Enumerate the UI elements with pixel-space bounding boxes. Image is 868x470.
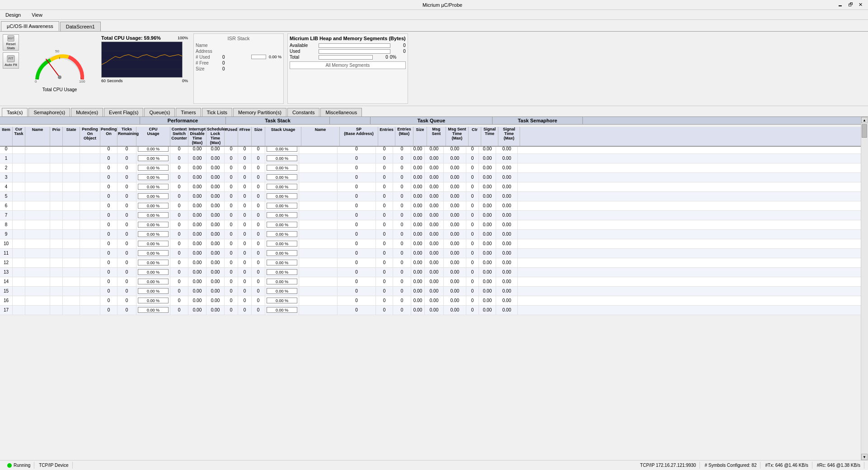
isr-size-row: Size 0	[196, 66, 282, 71]
menu-design[interactable]: Design	[2, 11, 24, 19]
memory-dropdown[interactable]: All Memory Segments	[290, 61, 406, 69]
section-empty-1	[0, 117, 140, 124]
table-row: 5000.00 %00.000.000000.00 %0000.000.000.…	[0, 192, 861, 201]
table-row: 17000.00 %00.000.000000.00 %0000.000.000…	[0, 306, 861, 315]
isr-stack-title: ISR Stack	[196, 36, 282, 41]
nav-tab-mempartition[interactable]: Memory Partition(s)	[233, 108, 286, 116]
table-row: 4000.00 %00.000.000000.00 %0000.000.000.…	[0, 182, 861, 192]
reset-stats-button[interactable]: RST Reset Stats	[3, 34, 19, 51]
mem-total-value: 0	[375, 55, 388, 60]
table-row: 9000.00 %00.000.000000.00 %0000.000.000.…	[0, 230, 861, 239]
col-curtask: CurTask	[13, 127, 25, 146]
status-symbols: # Symbols Configured: 82	[701, 462, 760, 469]
svg-text:0: 0	[35, 79, 37, 84]
nav-tab-semaphores[interactable]: Semaphore(s)	[28, 108, 70, 116]
section-taskstack: Task Stack	[226, 117, 330, 124]
col-schedlock: SchedulerLockTime(Max)	[206, 127, 225, 146]
col-stackusage: Stack Usage	[265, 127, 301, 146]
table-row: 7000.00 %00.000.000000.00 %0000.000.000.…	[0, 211, 861, 220]
cpu-chart-svg	[102, 42, 183, 78]
table-row: 14000.00 %00.000.000000.00 %0000.000.000…	[0, 277, 861, 287]
nav-tab-eventflags[interactable]: Event Flag(s)	[104, 108, 143, 116]
svg-text:RST: RST	[8, 37, 14, 40]
isr-address-value	[222, 49, 249, 54]
auto-fit-button[interactable]: FIT Auto Fit	[3, 52, 19, 69]
isr-used-bar	[251, 55, 266, 59]
isr-size-value: 0	[222, 66, 249, 71]
svg-text:100: 100	[79, 79, 85, 84]
cpu-time-label: 60 Seconds	[101, 79, 123, 83]
mem-total-row: Total 0 0%	[290, 55, 406, 60]
col-state: State	[63, 127, 80, 146]
top-panel: RST Reset Stats FIT Auto Fit 0 100 50	[0, 32, 868, 106]
col-signaltimemax: SignalTime(Max)	[498, 127, 520, 146]
nav-tab-miscellaneous[interactable]: Miscellaneous	[320, 108, 362, 116]
col-prio: Prio	[50, 127, 63, 146]
table-row: 3000.00 %00.000.000000.00 %0000.000.000.…	[0, 173, 861, 182]
isr-free-value: 0	[222, 60, 249, 65]
col-cpuusage: CPUUsage	[136, 127, 170, 146]
tab-datascreen1[interactable]: DataScreen1	[60, 22, 101, 31]
isr-name-label: Name	[196, 43, 221, 48]
cpu-0-label: 0%	[182, 79, 188, 83]
section-headers: Performance Task Stack Task Queue Task S…	[0, 117, 861, 125]
status-indicator	[7, 463, 12, 468]
isr-stack-panel: ISR Stack Name Address # Used 0 0.00 % #…	[193, 33, 284, 104]
scroll-thumb[interactable]	[862, 124, 867, 138]
isr-address-label: Address	[196, 49, 221, 54]
table-row: 13000.00 %00.000.000000.00 %0000.000.000…	[0, 268, 861, 277]
col-spaddr: SP(Base Address)	[340, 127, 378, 146]
nav-tab-constants[interactable]: Constants	[287, 108, 320, 116]
nav-tab-mutexes[interactable]: Mutex(es)	[71, 108, 103, 116]
nav-tab-queues[interactable]: Queue(s)	[144, 108, 175, 116]
cpu-gauge-svg: 0 100 50	[30, 46, 89, 86]
table-row: 1000.00 %00.000.000000.00 %0000.000.000.…	[0, 154, 861, 163]
tab-awareness[interactable]: µC/OS-III Awareness	[1, 21, 59, 31]
table-container: Performance Task Stack Task Queue Task S…	[0, 117, 861, 460]
col-msgsentmax: Msg SentTime(Max)	[446, 127, 469, 146]
mem-total-label: Total	[290, 55, 317, 60]
svg-text:50: 50	[55, 49, 59, 53]
section-taskqueue: Task Queue	[371, 117, 493, 124]
scroll-down-button[interactable]: ▼	[861, 454, 868, 460]
col-free: #Free	[238, 127, 252, 146]
mem-used-label: Used	[290, 49, 317, 54]
memory-panel: Micrium LIB Heap and Memory Segments (By…	[287, 33, 408, 104]
isr-free-row: # Free 0	[196, 60, 282, 65]
minimize-button[interactable]: 🗕	[836, 2, 845, 8]
mem-total-bar	[319, 55, 373, 60]
table-row: 16000.00 %00.000.000000.00 %0000.000.000…	[0, 296, 861, 306]
data-rows: 0000.00 %00.000.000000.00 %0000.000.000.…	[0, 144, 861, 315]
vertical-scrollbar[interactable]: ▲ ▼	[861, 117, 868, 460]
col-spname: Name	[301, 127, 340, 146]
cpu-gauge-container: 0 100 50 Total CPU Usage	[23, 33, 96, 104]
window-controls[interactable]: 🗕 🗗 ✕	[836, 2, 864, 8]
svg-rect-12	[102, 42, 183, 78]
table-row: 6000.00 %00.000.000000.00 %0000.000.000.…	[0, 201, 861, 211]
status-running: Running	[4, 462, 34, 469]
memory-title: Micrium LIB Heap and Memory Segments (By…	[290, 36, 406, 41]
column-headers: Item CurTask Name Prio State PendingOnOb…	[0, 127, 861, 147]
isr-name-value	[222, 43, 249, 48]
mem-available-row: Available 0	[290, 43, 406, 48]
nav-tab-ticklists[interactable]: Tick Lists	[202, 108, 232, 116]
table-row: 10000.00 %00.000.000000.00 %0000.000.000…	[0, 239, 861, 249]
scroll-track[interactable]	[861, 123, 868, 454]
table-row: 2000.00 %00.000.000000.00 %0000.000.000.…	[0, 163, 861, 173]
col-ticksremaining: TicksRemaining	[117, 127, 136, 146]
close-button[interactable]: ✕	[857, 2, 864, 8]
svg-point-5	[58, 75, 61, 79]
menu-view[interactable]: View	[28, 11, 46, 19]
isr-used-row: # Used 0 0.00 %	[196, 55, 282, 60]
col-pendingonobj: PendingOnObject	[80, 127, 100, 146]
nav-tab-timers[interactable]: Timers	[176, 108, 201, 116]
restore-button[interactable]: 🗗	[846, 2, 855, 8]
nav-tab-tasks[interactable]: Task(s)	[2, 108, 28, 116]
col-used: #Used	[225, 127, 238, 146]
table-row: 11000.00 %00.000.000000.00 %0000.000.000…	[0, 249, 861, 258]
scroll-up-button[interactable]: ▲	[861, 117, 868, 123]
col-intdisable: InterruptDisableTime(Max)	[188, 127, 206, 146]
status-ip: TCP/IP 172.16.27.121:9930	[637, 462, 700, 469]
cpu-usage-panel: Total CPU Usage: 59.96% 100% 60 Seconds …	[99, 33, 190, 104]
section-performance: Performance	[140, 117, 226, 124]
